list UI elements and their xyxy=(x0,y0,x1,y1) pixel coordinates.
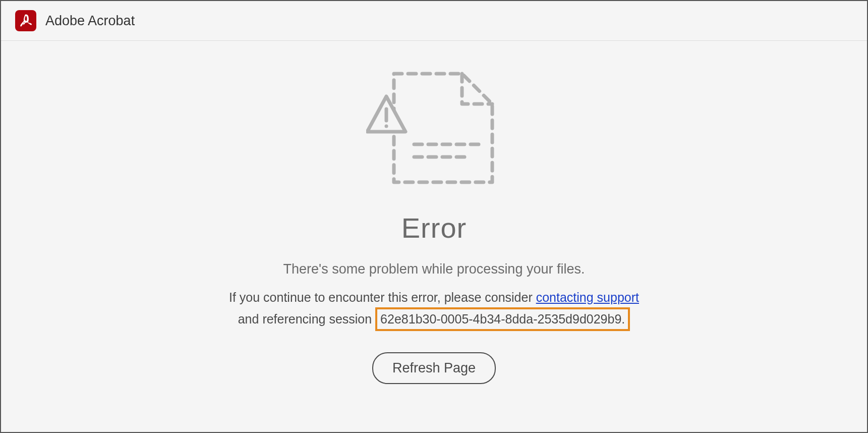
warning-triangle-icon xyxy=(367,96,406,132)
app-title: Adobe Acrobat xyxy=(45,13,135,29)
refresh-page-button[interactable]: Refresh Page xyxy=(372,352,496,384)
error-detail-text-before: If you continue to encounter this error,… xyxy=(229,290,536,304)
error-content: Error There's some problem while process… xyxy=(1,41,867,432)
svg-point-3 xyxy=(384,125,388,128)
adobe-acrobat-icon xyxy=(15,10,36,31)
session-id: 62e81b30-0005-4b34-8dda-2535d9d029b9. xyxy=(375,307,630,332)
app-header: Adobe Acrobat xyxy=(1,1,867,41)
error-subtitle: There's some problem while processing yo… xyxy=(283,261,585,277)
error-detail-text-after: and referencing session xyxy=(238,312,375,326)
error-heading: Error xyxy=(401,211,467,244)
app-window: Adobe Acrobat Error There's some problem… xyxy=(1,1,867,432)
error-detail: If you continue to encounter this error,… xyxy=(229,288,639,331)
error-document-icon xyxy=(366,69,502,187)
contact-support-link[interactable]: contacting support xyxy=(536,290,639,304)
